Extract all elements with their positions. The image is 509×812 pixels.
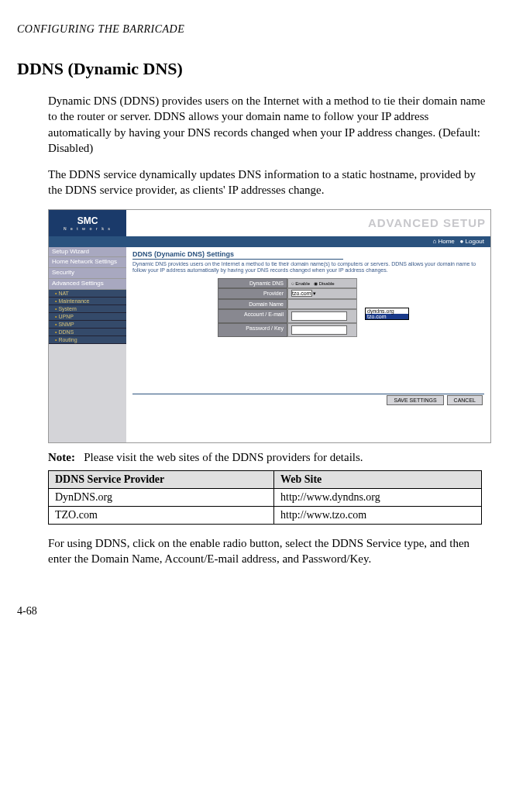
- page-number: 4-68: [17, 605, 492, 618]
- provider-option-dyndns[interactable]: dyndns.org: [366, 308, 408, 314]
- panel-title: DDNS (Dynamic DNS) Settings: [132, 250, 343, 260]
- sidebar-item-system[interactable]: System: [49, 305, 126, 313]
- smc-logo: SMC N e t w o r k s: [49, 210, 126, 236]
- field-provider: tzo.com ▾: [287, 288, 357, 299]
- cell-provider-tzo: TZO.com: [49, 506, 274, 524]
- radio-disable-label: Disable: [319, 281, 335, 286]
- section-title: DDNS (Dynamic DNS): [17, 59, 492, 79]
- running-header: CONFIGURING THE BARRICADE: [17, 23, 492, 36]
- advanced-setup-label: ADVANCED SETUP: [126, 216, 490, 229]
- th-provider: DDNS Service Provider: [49, 470, 274, 488]
- password-input[interactable]: [291, 325, 347, 335]
- save-settings-button[interactable]: SAVE SETTINGS: [387, 395, 443, 405]
- home-link[interactable]: ⌂ Home: [432, 238, 454, 245]
- th-website: Web Site: [274, 470, 482, 488]
- sidebar-group-security[interactable]: Security: [49, 268, 126, 279]
- field-password: [287, 323, 357, 337]
- sidebar-item-snmp[interactable]: SNMP: [49, 321, 126, 329]
- sidebar-item-nat[interactable]: NAT: [49, 290, 126, 298]
- logout-label: Logout: [466, 238, 484, 245]
- radio-enable-label: Enable: [295, 281, 310, 286]
- radio-disable[interactable]: ◉ Disable: [314, 281, 335, 286]
- label-password: Password / Key: [218, 323, 287, 337]
- sidebar-item-upnp[interactable]: UPNP: [49, 313, 126, 321]
- radio-enable[interactable]: ○ Enable: [291, 281, 310, 286]
- label-domain-name: Domain Name: [218, 299, 287, 309]
- sidebar-item-ddns[interactable]: DDNS: [49, 329, 126, 336]
- embedded-screenshot: SMC N e t w o r k s ADVANCED SETUP ⌂ Hom…: [48, 209, 491, 443]
- provider-dropdown-open: dyndns.org tzo.com: [365, 308, 409, 320]
- content-panel: DDNS (Dynamic DNS) Settings Dynamic DNS …: [126, 247, 490, 442]
- ddns-form: Dynamic DNS ○ Enable ◉ Disable Provider …: [218, 278, 484, 337]
- cell-provider-dyndns: DynDNS.org: [49, 488, 274, 506]
- sidebar: Setup Wizard Home Network Settings Secur…: [49, 247, 126, 442]
- logo-subtext: N e t w o r k s: [64, 226, 112, 231]
- field-domain-name: [287, 299, 357, 309]
- providers-table: DDNS Service Provider Web Site DynDNS.or…: [48, 470, 482, 525]
- sidebar-item-maintenance[interactable]: Maintenance: [49, 298, 126, 305]
- cell-website-tzo: http://www.tzo.com: [274, 506, 482, 524]
- top-nav-bar: ⌂ Home ● Logout: [49, 236, 490, 247]
- field-account: [287, 309, 357, 323]
- note-text: Please visit the web sites of the DDNS p…: [84, 451, 363, 463]
- note-line: Note: Please visit the web sites of the …: [48, 451, 492, 464]
- divider: [132, 394, 484, 394]
- label-account: Account / E-mail: [218, 309, 287, 323]
- sidebar-group-advanced[interactable]: Advanced Settings: [49, 279, 126, 290]
- sidebar-group-wizard[interactable]: Setup Wizard: [49, 247, 126, 258]
- home-label: Home: [438, 238, 454, 245]
- field-dynamic-dns: ○ Enable ◉ Disable: [287, 278, 357, 288]
- paragraph-2: The DDNS service dynamically updates DNS…: [48, 167, 488, 198]
- logo-text: SMC: [77, 215, 98, 226]
- logout-link[interactable]: ● Logout: [459, 238, 484, 245]
- label-dynamic-dns: Dynamic DNS: [218, 278, 287, 288]
- sidebar-group-home-network[interactable]: Home Network Settings: [49, 257, 126, 268]
- cell-website-dyndns: http://www.dyndns.org: [274, 488, 482, 506]
- account-input[interactable]: [291, 311, 347, 321]
- panel-description: Dynamic DNS provides users on the Intern…: [132, 261, 484, 274]
- provider-option-tzo[interactable]: tzo.com: [366, 314, 408, 319]
- sidebar-item-routing[interactable]: Routing: [49, 336, 126, 344]
- provider-select[interactable]: tzo.com: [291, 290, 312, 297]
- table-row: TZO.com http://www.tzo.com: [49, 506, 482, 524]
- cancel-button[interactable]: CANCEL: [447, 395, 483, 405]
- label-provider: Provider: [218, 288, 287, 299]
- note-label: Note:: [48, 451, 75, 463]
- table-row: DynDNS.org http://www.dyndns.org: [49, 488, 482, 506]
- paragraph-3: For using DDNS, click on the enable radi…: [48, 535, 488, 567]
- paragraph-1: Dynamic DNS (DDNS) provides users on the…: [48, 93, 488, 156]
